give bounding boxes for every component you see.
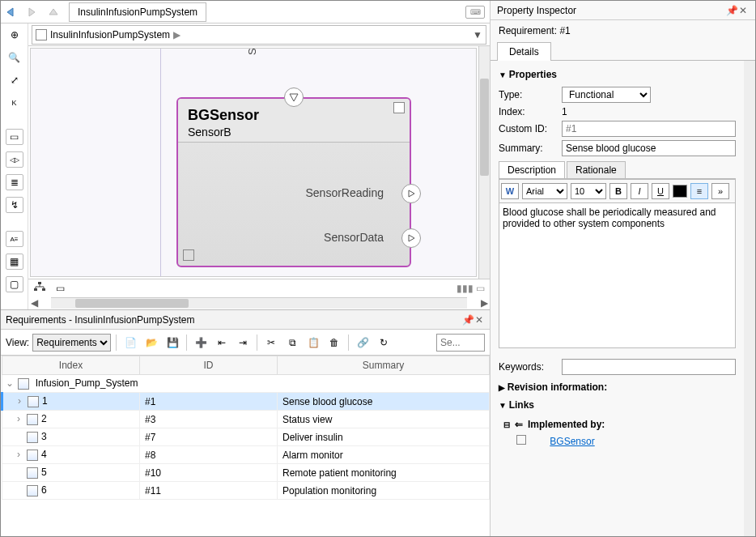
refresh-icon[interactable]: ↻ xyxy=(375,334,393,352)
align-button[interactable]: ≡ xyxy=(690,183,708,199)
list-tool-icon[interactable]: ≣ xyxy=(6,174,23,190)
table-row[interactable]: 5#10Remote patient monitoring xyxy=(2,464,490,482)
io-tool-icon[interactable]: ◁▷ xyxy=(6,151,23,168)
delete-icon[interactable]: 🗑 xyxy=(325,334,343,352)
canvas-vscroll[interactable] xyxy=(478,46,490,279)
requirements-search[interactable] xyxy=(436,334,485,352)
tab-description[interactable]: Description xyxy=(499,161,565,178)
port-top[interactable] xyxy=(284,87,304,107)
inspector-close-icon[interactable]: ✕ xyxy=(737,5,749,16)
save-icon[interactable]: 💾 xyxy=(164,334,181,352)
block-note-icon xyxy=(393,102,405,113)
zoom-rect-icon[interactable]: ▭ xyxy=(51,280,69,296)
keywords-input[interactable] xyxy=(562,359,736,375)
promote-icon[interactable]: ⇤ xyxy=(213,334,231,352)
summary-input[interactable] xyxy=(562,140,736,156)
table-row[interactable]: ›2#3Status view xyxy=(2,411,490,428)
section-links[interactable]: Links xyxy=(499,396,736,414)
pin-icon[interactable]: 📌 xyxy=(462,314,474,326)
document-tab[interactable]: InsulinInfusionPumpSystem xyxy=(69,2,206,22)
block-bgsensor[interactable]: BGSensor SensorB SensorReading SensorDat… xyxy=(176,97,411,267)
breadcrumb-dropdown-icon[interactable]: ▼ xyxy=(473,29,482,40)
target-icon[interactable]: ⊕ xyxy=(6,27,23,43)
top-nav: InsulinInfusionPumpSystem ⌨ xyxy=(1,1,490,23)
fontsize-select[interactable]: 10 xyxy=(571,183,606,199)
req-icon xyxy=(27,450,38,461)
tree-toggle-icon[interactable]: ⌄ xyxy=(6,377,15,389)
italic-button[interactable]: I xyxy=(631,183,648,199)
new-req-icon[interactable]: 📄 xyxy=(121,334,139,352)
hscroll-right-icon[interactable]: ▶ xyxy=(478,297,490,309)
back-arrow-icon[interactable] xyxy=(2,3,20,21)
col-summary[interactable]: Summary xyxy=(278,356,490,375)
cut-icon[interactable]: ✂ xyxy=(262,334,280,352)
row-id: #1 xyxy=(140,393,278,411)
port-sensorreading[interactable] xyxy=(401,184,421,203)
view-select[interactable]: Requirements xyxy=(32,334,111,352)
tab-rationale[interactable]: Rationale xyxy=(567,161,626,178)
inspector-pin-icon[interactable]: 📌 xyxy=(726,5,737,16)
tree-toggle-icon[interactable]: › xyxy=(17,449,27,460)
font-select[interactable]: Arial xyxy=(522,183,567,199)
customid-input[interactable] xyxy=(562,121,736,137)
add-item-icon[interactable]: ➕ xyxy=(192,334,210,352)
up-arrow-icon[interactable] xyxy=(45,3,62,21)
section-revision[interactable]: Revision information: xyxy=(499,378,736,396)
block-resize-icon[interactable] xyxy=(183,249,194,261)
link-collapse-icon[interactable]: ⊟ xyxy=(503,420,510,429)
link-target[interactable]: BGSensor xyxy=(550,436,594,447)
word-icon[interactable]: W xyxy=(501,183,519,199)
type-select[interactable]: Functional xyxy=(562,87,651,103)
close-icon[interactable]: ✕ xyxy=(474,314,485,326)
hierarchy-icon[interactable] xyxy=(33,281,46,295)
richtext-toolbar: W Arial 10 B I U ≡ » xyxy=(499,179,736,202)
k-box-icon[interactable]: K xyxy=(6,95,23,111)
hscroll-left-icon[interactable]: ◀ xyxy=(28,297,40,309)
summary-label: Summary: xyxy=(499,143,555,154)
row-summary: Deliver insulin xyxy=(278,428,490,446)
link-icon[interactable]: 🔗 xyxy=(354,334,372,352)
table-row[interactable]: ›4#8Alarm monitor xyxy=(2,446,490,464)
canvas-status-bars-icon: ▮▮▮ ▭ xyxy=(457,283,485,294)
demote-icon[interactable]: ⇥ xyxy=(234,334,252,352)
color-swatch[interactable] xyxy=(673,185,687,198)
requirement-line-value: #1 xyxy=(559,25,570,36)
table-row[interactable]: ›1#1Sense blood glucose xyxy=(2,393,490,411)
paste-icon[interactable]: 📋 xyxy=(304,334,322,352)
flow-tool-icon[interactable]: ↯ xyxy=(6,197,23,213)
tree-toggle-icon[interactable]: › xyxy=(18,395,28,407)
req-icon xyxy=(27,414,38,425)
table-root-row[interactable]: ⌄ Infusion_Pump_System xyxy=(2,375,490,393)
open-folder-icon[interactable]: 📂 xyxy=(142,334,160,352)
keyboard-icon[interactable]: ⌨ xyxy=(465,6,485,19)
underline-button[interactable]: U xyxy=(652,183,669,199)
table-row[interactable]: 3#7Deliver insulin xyxy=(2,428,490,446)
blank-tool-icon[interactable]: ▢ xyxy=(6,276,23,292)
description-textarea[interactable]: Blood glucose shall be periodically meas… xyxy=(499,202,736,348)
row-index: 1 xyxy=(42,395,48,407)
keywords-label: Keywords: xyxy=(499,361,555,373)
col-index[interactable]: Index xyxy=(2,356,140,375)
rect-tool-icon[interactable]: ▭ xyxy=(6,129,23,145)
section-properties[interactable]: Properties xyxy=(499,66,736,83)
svg-rect-0 xyxy=(38,282,41,284)
overflow-icon[interactable]: » xyxy=(711,183,729,199)
breadcrumb[interactable]: InsulinInfusionPumpSystem ▶ ▼ xyxy=(32,25,486,45)
tab-details[interactable]: Details xyxy=(497,42,551,61)
col-id[interactable]: ID xyxy=(140,356,278,375)
bold-button[interactable]: B xyxy=(609,183,627,199)
fit-icon[interactable]: ⤢ xyxy=(6,72,23,88)
req-icon xyxy=(27,432,38,443)
annot-tool-icon[interactable]: A≡ xyxy=(6,231,23,247)
image-tool-icon[interactable]: ▦ xyxy=(6,254,23,270)
zoom-in-icon[interactable]: 🔍 xyxy=(6,49,23,66)
index-label: Index: xyxy=(499,106,555,117)
table-row[interactable]: 6#11Population monitoring xyxy=(2,482,490,500)
diagram-canvas[interactable]: SensorB BGSensor SensorB SensorReading xyxy=(30,48,477,277)
row-index: 3 xyxy=(41,431,47,442)
tree-toggle-icon[interactable]: › xyxy=(17,413,27,424)
copy-icon[interactable]: ⧉ xyxy=(283,334,301,352)
forward-arrow-icon[interactable] xyxy=(23,3,41,21)
canvas-hscroll[interactable] xyxy=(51,297,467,309)
port-sensordata[interactable] xyxy=(401,228,421,248)
